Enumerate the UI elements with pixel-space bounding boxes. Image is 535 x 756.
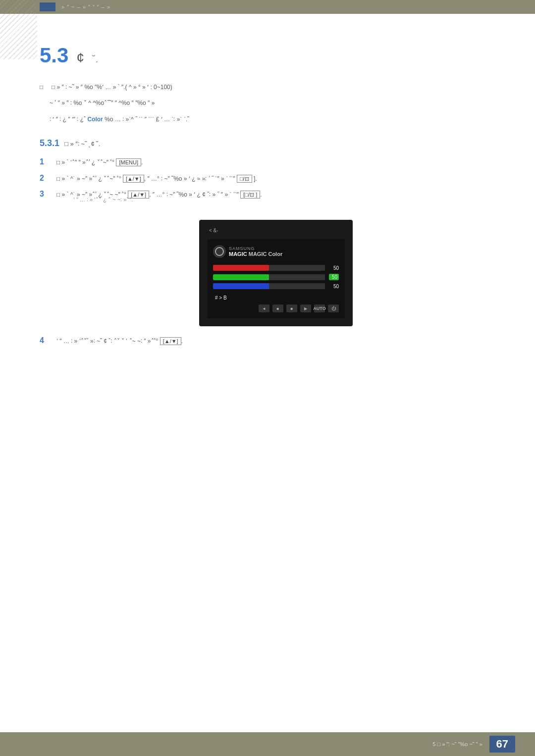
section-heading: 5.3 ¢ ˘. (40, 44, 495, 67)
intro-line3: ˸ ʹ ″ ˸ ¿ ″ ʹ″ ˸ ¿ˆ Color %o … ˸ »˄^ ˝ ˅… (40, 114, 495, 124)
btn-power: ⏻ (328, 304, 339, 312)
display-key-3: [□/⊡ ] (240, 191, 260, 199)
monitor-inner: SAMSUNG MAGIC MAGIC Color (207, 239, 345, 318)
section-dots: ˘. (92, 53, 98, 65)
btn-minus: ■ (272, 304, 283, 312)
sub-section-number: 5.3.1 (40, 138, 59, 149)
blue-bar-track (213, 283, 325, 289)
bottom-footer: 5 □ » ″˸ ~˜ ″%o ~˜ ″ » 67 (0, 732, 535, 756)
sub-section-heading: 5.3.1 □ » ″˸ ~˜ ˛¢ ˘. (40, 138, 495, 149)
magic-color-label: MAGIC MAGIC Color (229, 251, 282, 257)
red-bar-value: 50 (329, 265, 339, 271)
footer-page-number: 67 (489, 736, 515, 753)
samsung-logo-inner (215, 247, 224, 256)
monitor-buttons-row: ◄ ■ ■ ▶ AUTO (213, 304, 339, 312)
footer-text: 5 □ » ″˸ ~˜ ″%o ~˜ ″ » (432, 741, 482, 748)
btn-left: ◄ (259, 304, 269, 312)
btn-plus: ■ (286, 304, 297, 312)
section-number: 5.3 (40, 44, 68, 67)
green-bar-track (213, 274, 325, 280)
monitor-title-bar: < &- (207, 228, 345, 233)
blue-bar-fill (213, 283, 269, 289)
step-4-number: 4 (40, 336, 50, 345)
main-content: 5.3 ¢ ˘. □ □ » ″ ˸ ~˜ » ″ %o ″%ʹ … » ` ″… (0, 14, 535, 392)
samsung-logo (213, 245, 226, 258)
section-icon: ¢ (76, 50, 84, 66)
monitor-preview-container: < &- SAMSUNG MAGIC MAGIC Color (56, 220, 495, 326)
nav-blue-rect (40, 2, 55, 11)
blue-bar-row: 50 (213, 283, 339, 289)
green-bar-row: 50 (213, 274, 339, 280)
step-2-number: 2 (40, 174, 50, 183)
top-bar-text: » ″ ~ – » ″ ″ ″ – » (61, 4, 110, 10)
red-bar-row: 50 (213, 265, 339, 271)
step-4-text: ˈ ″ … ˸ » ˈ˄˅ˇ »˸ ~˜ ¢ ˇ˸ ˄˅ ˅ ˈ ˄~ ~˸ ″… (56, 336, 183, 346)
green-bar-value: 50 (329, 274, 339, 280)
monitor-frame: < &- SAMSUNG MAGIC MAGIC Color (199, 220, 353, 326)
display-key-2: □/⊡ (237, 175, 252, 183)
red-bar-fill (213, 265, 269, 271)
steps-container: 1 □ » ` ˈ˄″ ″ »˄ʹ ¿ ˅˄~″ ˚° [MENU]. 2 □ … (40, 157, 495, 347)
step-2: 2 □ » ` ^˙ » ~″ »˄ʹ ¿ ˅˄~″ ˚° [▲/▼], ″ …… (40, 174, 495, 184)
green-bar-fill (213, 274, 269, 280)
step-1-text: □ » ` ˈ˄″ ″ »˄ʹ ¿ ˅˄~″ ˚° [MENU]. (56, 157, 143, 167)
samsung-magic-label: SAMSUNG MAGIC MAGIC Color (213, 245, 339, 258)
top-navigation-bar: » ″ ~ – » ″ ″ ″ – » (0, 0, 535, 14)
intro-line2: ~ ʹ ″ » ″ ˸ %o ˅ ^ ^%o˄˝˜″ ″ ^%o ″ ″%o ″… (40, 98, 495, 108)
samsung-brand: SAMSUNG (229, 246, 282, 251)
step-1-number: 1 (40, 157, 50, 166)
sub-section-icons: □ » ″˸ ~˜ ˛¢ ˘. (64, 140, 100, 148)
step-1: 1 □ » ` ˈ˄″ ″ »˄ʹ ¿ ˅˄~″ ˚° [MENU]. (40, 157, 495, 167)
menu-key: [MENU] (116, 158, 141, 166)
color-label: Color (87, 116, 103, 123)
btn-right: ▶ (300, 304, 311, 312)
step-3-number: 3 (40, 190, 50, 199)
color-bars: 50 50 (213, 265, 339, 289)
updown-key-4: [▲/▼] (160, 337, 181, 345)
magic-color-text: SAMSUNG MAGIC MAGIC Color (229, 246, 282, 257)
intro-line1: □ □ » ″ ˸ ~˜ » ″ %o ″%ʹ … » ` ″.( ^ » ° … (40, 82, 495, 92)
red-bar-track (213, 265, 325, 271)
monitor-menu-item: # > B (213, 295, 339, 301)
updown-key-2: [▲/▼] (123, 175, 144, 183)
step-3: 3 □ » ` ^˙ » ~″ »˄ʹ ¿ ˅˄~ ~″ ˚° [▲/▼], ″… (40, 190, 495, 208)
step-2-text: □ » ` ^˙ » ~″ »˄ʹ ¿ ˅˄~″ ˚° [▲/▼], ″ …° … (56, 174, 257, 184)
btn-auto: AUTO (314, 304, 325, 312)
step-4: 4 ˈ ″ … ˸ » ˈ˄˅ˇ »˸ ~˜ ¢ ˇ˸ ˄˅ ˅ ˈ ˄~ ~˸… (40, 336, 495, 346)
blue-bar-value: 50 (329, 284, 339, 289)
